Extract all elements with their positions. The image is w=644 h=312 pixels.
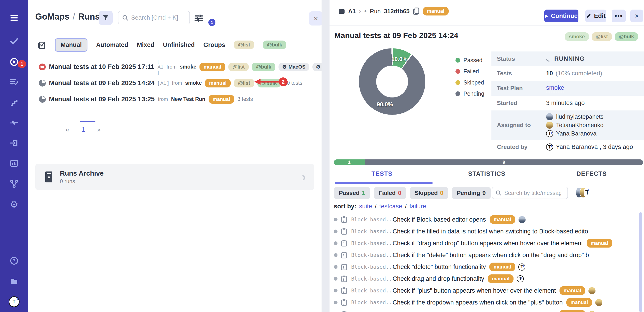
close-run-button[interactable]: ×: [630, 10, 643, 22]
sort-by-testcase-link[interactable]: testcase: [380, 203, 402, 210]
test-row[interactable]: Block-based... Check if the "delete" but…: [330, 249, 639, 261]
panel-close-button[interactable]: ×: [309, 12, 323, 26]
search-input[interactable]: [131, 14, 184, 21]
pagination-prev[interactable]: «: [66, 126, 70, 134]
edit-button[interactable]: Edit: [585, 10, 606, 22]
help-icon[interactable]: ?: [9, 256, 19, 266]
search-icon: [496, 190, 502, 196]
test-row[interactable]: Block-based... Check if "plus" button ap…: [330, 285, 639, 296]
tab-groups[interactable]: Groups: [203, 42, 225, 48]
integrations-icon[interactable]: [9, 179, 19, 189]
tag-filter-list[interactable]: @list: [234, 40, 254, 49]
milestones-icon[interactable]: [9, 97, 19, 107]
run-tag-bulk: @bulk: [252, 63, 275, 71]
avatar: [546, 113, 553, 120]
test-suite-label: Block-based...: [351, 264, 392, 270]
test-row[interactable]: Block-based... Check if "plus" button ap…: [330, 308, 639, 312]
test-row[interactable]: Block-based... Check if the filled in da…: [330, 226, 639, 237]
run-row[interactable]: Manual tests at 10 Feb 2025 17:11 [ A1 ]…: [39, 59, 344, 75]
tests-note: (10% completed): [556, 70, 602, 77]
avatar: [584, 187, 591, 198]
progress-passed-segment: 1: [334, 160, 365, 165]
detail-row-created: Created by Yana Baranova , 3 days ago: [492, 140, 644, 154]
chevron-right-icon: ›: [302, 170, 306, 184]
tab-defects[interactable]: DEFECTS: [539, 170, 644, 178]
svg-text:?: ?: [12, 258, 15, 263]
filter-skipped-button[interactable]: Skipped0: [410, 187, 448, 199]
app-logo-avatar[interactable]: [9, 296, 20, 307]
continue-button[interactable]: ▶ Continue: [544, 10, 578, 22]
run-test-count: 3 tests: [238, 96, 253, 102]
reports-icon[interactable]: [9, 158, 19, 168]
filter-count-badge: 1: [208, 19, 216, 26]
menu-icon[interactable]: [9, 13, 19, 23]
view-settings-icon[interactable]: [194, 13, 204, 23]
gear-icon: ⚙: [316, 64, 321, 70]
status-bullet-icon: [334, 289, 338, 292]
run-title: Manual tests at 09 Feb 2025 14:24: [334, 31, 458, 40]
test-row[interactable]: Block-based... Check if "drag and drop" …: [330, 237, 639, 249]
filter-pending-button[interactable]: Pending9: [452, 187, 491, 199]
activity-icon[interactable]: [9, 118, 19, 128]
filter-passed-button[interactable]: Passed1: [334, 187, 370, 199]
avatar: [546, 122, 553, 129]
breadcrumb: GoMaps / Runs: [35, 12, 100, 22]
checklist-icon[interactable]: [37, 40, 46, 50]
more-actions-button[interactable]: •••: [612, 10, 626, 22]
run-source: New Test Run: [171, 96, 205, 102]
run-row[interactable]: Manual tests at 09 Feb 2025 13:25 from N…: [39, 91, 344, 107]
runs-icon[interactable]: [9, 57, 19, 67]
test-row[interactable]: Block-based... Check "delete" button fun…: [330, 261, 639, 273]
tab-tests[interactable]: TESTS: [330, 170, 434, 178]
test-row[interactable]: Block-based... Check drag and drop funct…: [330, 273, 639, 285]
chart-legend: Passed Failed Skipped Pending: [456, 57, 484, 97]
breadcrumb-suite[interactable]: A1: [348, 8, 356, 15]
donut-passed-label: 10.0%: [387, 56, 412, 62]
test-row[interactable]: Block-based... Check if Block-based edit…: [330, 214, 639, 226]
tests-search-input[interactable]: [504, 190, 561, 196]
folder-icon[interactable]: [9, 276, 19, 286]
tab-automated[interactable]: Automated: [96, 42, 128, 48]
test-title: Check if "drag and drop" button appears …: [392, 240, 583, 247]
test-type-badge: manual: [490, 262, 515, 271]
sort-controls: sort by: suite / testcase / failure: [334, 203, 426, 210]
filter-button[interactable]: 1: [98, 11, 113, 25]
avatar: [595, 299, 602, 306]
settings-icon[interactable]: ⚙: [9, 199, 19, 209]
status-bullet-icon: [334, 242, 338, 245]
test-title: Check "delete" button functionality: [392, 264, 486, 270]
sort-by-failure-link[interactable]: failure: [410, 203, 426, 210]
sort-by-suite-link[interactable]: suite: [359, 203, 372, 210]
tab-mixed[interactable]: Mixed: [137, 42, 154, 48]
test-suite-label: Block-based...: [351, 300, 392, 306]
assignee-name: Yana Baranova: [556, 130, 596, 137]
pagination-next[interactable]: »: [97, 126, 101, 134]
copy-icon[interactable]: [413, 7, 420, 15]
tests-icon[interactable]: [9, 36, 19, 46]
test-type-badge: manual: [586, 239, 612, 248]
test-plan-link[interactable]: smoke: [546, 84, 564, 92]
test-row[interactable]: Block-based... Check if the dropdown app…: [330, 296, 639, 308]
app-sidebar: ⚙ ? 1: [0, 0, 28, 312]
filter-failed-button[interactable]: Failed0: [374, 187, 406, 199]
status-filters: Passed1 Failed0 Skipped0 Pending9: [334, 187, 491, 199]
pagination-page-1[interactable]: 1: [81, 126, 85, 134]
tab-statistics[interactable]: STATISTICS: [434, 170, 539, 178]
run-row[interactable]: Manual tests at 09 Feb 2025 14:24 [ A1 ]…: [39, 75, 344, 91]
spinner-icon: [545, 55, 553, 63]
import-icon[interactable]: [9, 138, 19, 148]
tag-bulk-badge: @bulk: [614, 32, 638, 41]
tab-manual[interactable]: Manual: [55, 38, 88, 52]
tag-filter-bulk[interactable]: @bulk: [263, 40, 286, 49]
runs-archive-card[interactable]: Runs Archive 0 runs ›: [35, 164, 314, 190]
breadcrumb-project[interactable]: GoMaps: [35, 12, 70, 22]
assignee-avatar-stack[interactable]: [576, 187, 591, 198]
tab-unfinished[interactable]: Unfinished: [163, 42, 195, 48]
clipboard-icon: [341, 228, 348, 235]
search-icon: [122, 14, 128, 21]
run-id: 312dfb65: [384, 8, 410, 15]
failed-dot: [456, 69, 460, 74]
run-ref: [ A1 ]: [158, 59, 164, 75]
test-plans-icon[interactable]: [9, 77, 19, 87]
tests-scrollbar[interactable]: [639, 212, 642, 312]
